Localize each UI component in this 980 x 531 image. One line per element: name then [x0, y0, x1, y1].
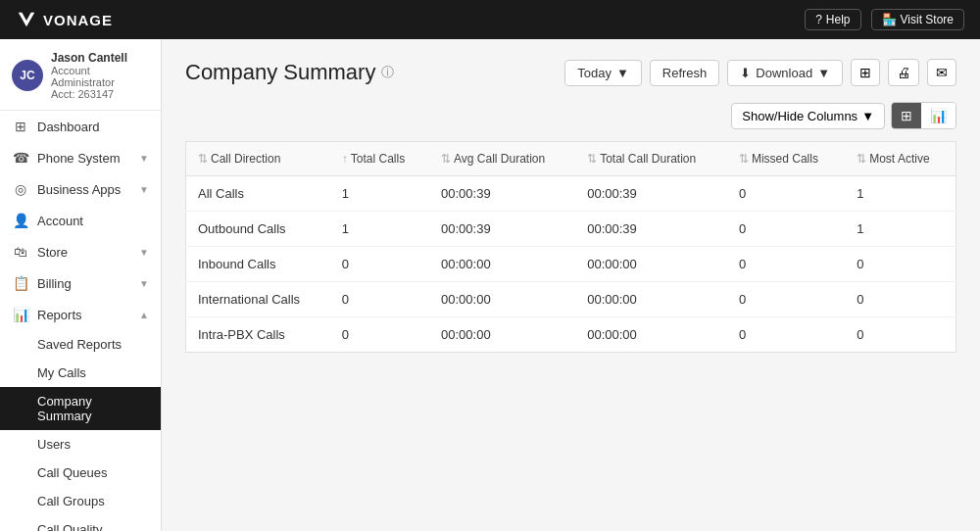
table-header-row: ⇅Call Direction ↑Total Calls ⇅Avg Call D…	[186, 142, 956, 176]
logo-text: VONAGE	[43, 12, 113, 28]
cell-missed-calls: 0	[727, 212, 845, 247]
cell-most-active: 0	[845, 247, 956, 282]
cell-call-direction: International Calls	[186, 282, 330, 317]
print-button[interactable]: 🖨	[888, 59, 919, 86]
cell-total-calls: 1	[330, 212, 429, 247]
col-total-calls[interactable]: ↑Total Calls	[330, 142, 429, 176]
cell-call-direction: Inbound Calls	[186, 247, 330, 282]
download-button[interactable]: ⬇ Download ▼	[727, 60, 843, 86]
cell-most-active: 0	[845, 317, 956, 353]
chevron-down-icon: ▼	[861, 109, 874, 123]
user-name: Jason Cantell	[51, 51, 149, 65]
user-role: Account Administrator	[51, 65, 149, 88]
user-acct: Acct: 263147	[51, 88, 149, 100]
dashboard-icon: ⊞	[12, 119, 29, 134]
cell-total-duration: 00:00:00	[575, 247, 727, 282]
table-row: Outbound Calls 1 00:00:39 00:00:39 0 1	[186, 212, 956, 247]
chevron-icon: ▲	[139, 310, 149, 320]
cell-missed-calls: 0	[727, 282, 845, 317]
visit-store-button[interactable]: 🏪 Visit Store	[871, 9, 964, 30]
logo: VONAGE	[16, 9, 113, 30]
vonage-logo-icon	[16, 9, 37, 30]
apps-icon: ◎	[12, 181, 29, 197]
table-row: Inbound Calls 0 00:00:00 00:00:00 0 0	[186, 247, 956, 282]
sidebar-item-call-groups[interactable]: Call Groups	[0, 487, 161, 515]
page-title: Company Summary ⓘ	[185, 60, 394, 85]
col-avg-call-duration[interactable]: ⇅Avg Call Duration	[429, 142, 575, 176]
sidebar-item-label: Dashboard	[37, 120, 100, 134]
cell-missed-calls: 0	[727, 176, 845, 212]
sidebar-item-account[interactable]: 👤 Account	[0, 205, 161, 236]
sidebar-item-reports[interactable]: 📊 Reports ▲	[0, 299, 161, 330]
col-missed-calls[interactable]: ⇅Missed Calls	[727, 142, 845, 176]
sidebar-item-label: Store	[37, 245, 68, 260]
top-nav-buttons: ? Help 🏪 Visit Store	[805, 9, 964, 30]
cell-avg-duration: 00:00:00	[429, 317, 575, 353]
sidebar-item-phone-system[interactable]: ☎ Phone System ▼	[0, 142, 161, 173]
main-content: Company Summary ⓘ Today ▼ Refresh ⬇ Down…	[162, 39, 980, 531]
page-title-info-icon[interactable]: ⓘ	[381, 64, 394, 81]
sidebar-item-company-summary[interactable]: Company Summary	[0, 387, 161, 430]
cell-most-active: 1	[845, 212, 956, 247]
sidebar-item-my-calls[interactable]: My Calls	[0, 359, 161, 387]
chevron-icon: ▼	[139, 278, 149, 289]
cell-avg-duration: 00:00:00	[429, 282, 575, 317]
cell-total-duration: 00:00:00	[575, 282, 727, 317]
cell-missed-calls: 0	[727, 247, 845, 282]
sidebar-item-label: Account	[37, 214, 83, 228]
chevron-down-icon: ▼	[616, 66, 629, 80]
cell-total-duration: 00:00:39	[575, 176, 727, 212]
toolbar-row: Show/Hide Columns ▼ ⊞ 📊	[185, 102, 956, 129]
sidebar-item-saved-reports[interactable]: Saved Reports	[0, 330, 161, 359]
reports-icon: 📊	[12, 307, 29, 322]
sidebar: JC Jason Cantell Account Administrator A…	[0, 39, 162, 531]
cell-most-active: 0	[845, 282, 956, 317]
cell-avg-duration: 00:00:39	[429, 212, 575, 247]
billing-icon: 📋	[12, 275, 29, 291]
store-icon: 🏪	[882, 13, 897, 26]
cell-call-direction: All Calls	[186, 176, 330, 212]
sidebar-item-users[interactable]: Users	[0, 430, 161, 459]
store-nav-icon: 🛍	[12, 244, 29, 260]
user-section: JC Jason Cantell Account Administrator A…	[0, 39, 161, 111]
sidebar-item-store[interactable]: 🛍 Store ▼	[0, 236, 161, 267]
chevron-icon: ▼	[139, 247, 149, 258]
refresh-button[interactable]: Refresh	[650, 60, 720, 86]
sidebar-item-call-queues[interactable]: Call Queues	[0, 459, 161, 487]
show-hide-columns-button[interactable]: Show/Hide Columns ▼	[731, 103, 885, 129]
cell-avg-duration: 00:00:00	[429, 247, 575, 282]
sidebar-item-label: Business Apps	[37, 182, 121, 197]
table-view-button[interactable]: ⊞	[892, 103, 921, 128]
data-table: ⇅Call Direction ↑Total Calls ⇅Avg Call D…	[185, 141, 956, 353]
page-header: Company Summary ⓘ Today ▼ Refresh ⬇ Down…	[185, 59, 956, 86]
cell-avg-duration: 00:00:39	[429, 176, 575, 212]
cell-missed-calls: 0	[727, 317, 845, 353]
col-total-call-duration[interactable]: ⇅Total Call Duration	[575, 142, 727, 176]
col-call-direction[interactable]: ⇅Call Direction	[186, 142, 330, 176]
avatar: JC	[12, 60, 43, 91]
help-icon: ?	[815, 13, 822, 26]
cell-total-calls: 0	[330, 282, 429, 317]
cell-total-calls: 0	[330, 247, 429, 282]
grid-icon-button[interactable]: ⊞	[851, 59, 880, 86]
sidebar-item-business-apps[interactable]: ◎ Business Apps ▼	[0, 173, 161, 205]
table-row: International Calls 0 00:00:00 00:00:00 …	[186, 282, 956, 317]
top-nav: VONAGE ? Help 🏪 Visit Store	[0, 0, 980, 39]
sidebar-item-dashboard[interactable]: ⊞ Dashboard	[0, 111, 161, 142]
sidebar-item-billing[interactable]: 📋 Billing ▼	[0, 267, 161, 299]
sidebar-item-label: Reports	[37, 308, 82, 322]
cell-most-active: 1	[845, 176, 956, 212]
cell-call-direction: Outbound Calls	[186, 212, 330, 247]
date-filter-button[interactable]: Today ▼	[564, 60, 642, 86]
view-toggle: ⊞ 📊	[891, 102, 956, 129]
col-most-active[interactable]: ⇅Most Active	[845, 142, 956, 176]
user-info: Jason Cantell Account Administrator Acct…	[51, 51, 149, 100]
phone-icon: ☎	[12, 150, 29, 166]
help-button[interactable]: ? Help	[805, 9, 860, 30]
sidebar-item-call-quality[interactable]: Call Quality	[0, 515, 161, 531]
cell-call-direction: Intra-PBX Calls	[186, 317, 330, 353]
chart-view-button[interactable]: 📊	[921, 103, 956, 128]
chevron-down-icon: ▼	[817, 66, 830, 80]
chevron-icon: ▼	[139, 184, 149, 195]
email-button[interactable]: ✉	[927, 59, 956, 86]
